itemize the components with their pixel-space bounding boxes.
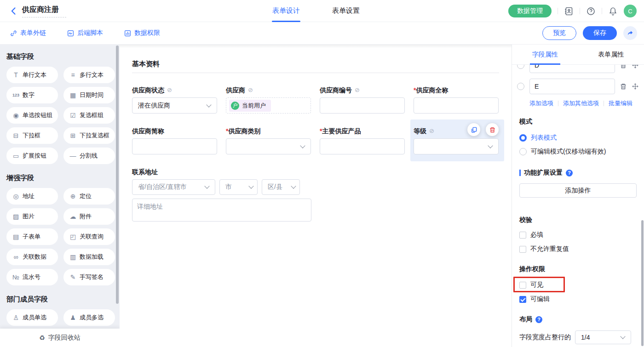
mode-option-editable[interactable]: 可编辑模式(仅移动端有效) — [519, 148, 637, 156]
delete-field-button[interactable] — [486, 123, 499, 136]
palette-item-serial-number[interactable]: №流水号 — [6, 269, 58, 285]
option-radio[interactable] — [517, 83, 524, 90]
external-link-action[interactable]: 表单外链 — [10, 29, 46, 37]
drag-option-handle[interactable] — [632, 83, 639, 90]
checkbox-visible[interactable]: 可见 — [519, 281, 637, 289]
palette-item-member-single[interactable]: ♙成员单选 — [6, 309, 58, 326]
canvas-field-supplier-status[interactable]: 供应商状态⊘ 潜在供应商 — [132, 87, 217, 114]
address-selects: 省/自治区/直辖市 市 区/县 — [132, 179, 512, 195]
share-button[interactable] — [623, 26, 637, 40]
contacts-book-icon[interactable] — [564, 6, 574, 16]
canvas-field-supplier-code[interactable]: 供应商编号⊘ — [320, 87, 405, 114]
palette-item-checkbox-group[interactable]: ☑复选框组 — [63, 107, 115, 124]
pen-icon: ✎ — [69, 273, 77, 281]
tab-form-design[interactable]: 表单设计 — [272, 0, 300, 22]
main-products-input[interactable] — [320, 138, 405, 154]
checkbox[interactable] — [519, 246, 526, 253]
palette-item-radio-group[interactable]: ◉单选按钮组 — [6, 107, 58, 124]
radio-selected[interactable] — [519, 134, 527, 142]
delete-option-button[interactable] — [620, 65, 627, 69]
palette-item-number[interactable]: 123数字 — [6, 87, 58, 103]
current-user-tag[interactable]: 户 当前用户 — [229, 100, 271, 112]
canvas-field-supplier-fullname[interactable]: *供应商全称 — [414, 87, 499, 114]
user-avatar[interactable]: C — [624, 5, 637, 17]
palette-item-multi-line-text[interactable]: ≡多行文本 — [63, 67, 115, 83]
palette-item-linked-query[interactable]: ◰关联查询 — [63, 228, 115, 245]
city-select[interactable]: 市 — [219, 179, 258, 195]
radio-unselected[interactable] — [519, 148, 527, 155]
palette-item-subform[interactable]: ▤子表单 — [6, 228, 58, 245]
preview-button[interactable]: 预览 — [542, 26, 576, 40]
checkbox-no-duplicates[interactable]: 不允许重复值 — [519, 245, 637, 253]
palette-item-divider[interactable]: —分割线 — [63, 148, 115, 164]
supplier-code-input[interactable] — [320, 97, 405, 114]
field-width-select[interactable]: 1/4 — [575, 330, 631, 344]
canvas-field-supplier-category[interactable]: *供应商类别 — [226, 128, 311, 154]
tab-form-settings[interactable]: 表单设置 — [332, 0, 360, 22]
checkbox-checked[interactable] — [519, 296, 526, 303]
palette-item-address[interactable]: ◎地址 — [6, 188, 58, 205]
help-circle-icon[interactable] — [566, 170, 573, 176]
add-operation-button[interactable]: 添加操作 — [519, 183, 637, 198]
copy-field-button[interactable] — [467, 123, 480, 136]
form-canvas[interactable]: 基本资料 供应商状态⊘ 潜在供应商 供应商⊘ 户 当前用户 — [120, 45, 512, 347]
save-button[interactable]: 保存 — [583, 26, 617, 40]
sidebar-scrollbar[interactable] — [116, 46, 119, 304]
canvas-field-contact-address[interactable]: 联系地址 — [132, 169, 512, 175]
supplier-category-select[interactable] — [226, 138, 311, 154]
province-select[interactable]: 省/自治区/直辖市 — [132, 179, 215, 195]
district-select[interactable]: 区/县 — [262, 179, 300, 195]
palette-item-single-line-text[interactable]: T单行文本 — [6, 67, 58, 83]
checkbox-required[interactable]: 必填 — [519, 231, 637, 239]
palette-item-attachment[interactable]: ☁附件 — [63, 208, 115, 225]
supplier-fullname-input[interactable] — [414, 97, 499, 114]
inspector-scrollbar[interactable] — [641, 220, 644, 346]
drag-option-handle[interactable] — [632, 65, 639, 69]
palette-item-member-multi[interactable]: ♟成员多选 — [63, 309, 115, 326]
radio-label: 可编辑模式(仅移动端有效) — [531, 148, 606, 156]
canvas-field-supplier-shortname[interactable]: 供应商简称 — [132, 128, 217, 154]
checkbox-editable[interactable]: 可编辑 — [519, 295, 637, 303]
palette-item-datetime[interactable]: ▦日期时间 — [63, 87, 115, 103]
canvas-field-supplier[interactable]: 供应商⊘ 户 当前用户 — [226, 87, 311, 114]
canvas-field-grade-selected[interactable]: 等级⊘ — [414, 128, 499, 154]
help-circle-icon[interactable] — [535, 316, 542, 323]
palette-item-extend-button[interactable]: ▭扩展按钮 — [6, 148, 58, 164]
delete-option-button[interactable] — [620, 83, 627, 90]
selected-field-card[interactable]: 等级⊘ — [410, 119, 504, 161]
checkbox[interactable] — [519, 282, 526, 289]
grade-select[interactable] — [414, 138, 499, 154]
supplier-status-select[interactable]: 潜在供应商 — [132, 97, 217, 114]
form-section-title[interactable]: 基本资料 — [132, 60, 512, 68]
batch-edit-link[interactable]: 批量编辑 — [609, 99, 632, 108]
tab-form-properties[interactable]: 表单属性 — [578, 45, 644, 64]
backend-script-action[interactable]: 后端脚本 — [67, 29, 103, 37]
palette-item-dropdown[interactable]: ⊟下拉框 — [6, 127, 58, 144]
data-manage-button[interactable]: 数据管理 — [508, 5, 552, 17]
field-recycle-bin[interactable]: ♻ 字段回收站 — [0, 329, 120, 347]
canvas-field-main-products[interactable]: *主要供应产品 — [320, 128, 405, 154]
palette-item-data-load[interactable]: ▥数据加载 — [63, 249, 115, 265]
palette-item-geolocation[interactable]: ⊕定位 — [63, 188, 115, 205]
back-icon[interactable] — [9, 6, 18, 16]
palette-item-signature[interactable]: ✎手写签名 — [63, 269, 115, 285]
data-permission-action[interactable]: 数据权限 — [124, 29, 160, 37]
mode-option-list[interactable]: 列表模式 — [519, 134, 637, 142]
tab-field-properties[interactable]: 字段属性 — [512, 45, 578, 64]
palette-item-multi-dropdown[interactable]: ⊞下拉复选框 — [63, 127, 115, 144]
option-value-input[interactable] — [529, 79, 615, 94]
notification-bell-icon[interactable] — [608, 6, 618, 16]
supplier-member-picker[interactable]: 户 当前用户 — [226, 97, 311, 114]
option-value-input[interactable] — [529, 65, 615, 73]
supplier-shortname-input[interactable] — [132, 138, 217, 154]
form-title[interactable]: 供应商注册 — [22, 5, 66, 17]
help-icon[interactable] — [586, 6, 596, 16]
option-radio[interactable] — [517, 65, 524, 69]
palette-item-linked-data[interactable]: ∞关联数据 — [6, 249, 58, 265]
palette-item-image[interactable]: ▨图片 — [6, 208, 58, 225]
add-option-link[interactable]: 添加选项 — [529, 99, 553, 108]
add-other-option-link[interactable]: 添加其他选项 — [563, 99, 599, 108]
checkbox[interactable] — [519, 232, 526, 239]
trash-icon — [489, 126, 496, 133]
detail-address-textarea[interactable] — [132, 199, 311, 222]
